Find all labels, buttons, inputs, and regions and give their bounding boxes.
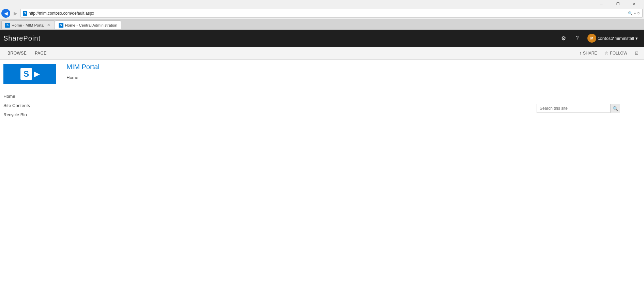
search-address-icon: 🔍 <box>628 11 633 16</box>
browser-tab-mim-portal[interactable]: S Home - MIM Portal ✕ <box>1 20 55 29</box>
minimize-button[interactable]: ─ <box>594 0 609 7</box>
main-content: MIM Portal Home <box>60 60 644 301</box>
nav-link-home[interactable]: Home <box>3 92 56 101</box>
share-button[interactable]: ↑ SHARE <box>577 49 599 57</box>
logo-arrow: ▶ <box>34 70 39 78</box>
tab-label-mim: Home - MIM Portal <box>12 23 45 27</box>
search-container: 🔍 <box>537 104 620 113</box>
restore-button[interactable]: ❐ <box>610 0 626 7</box>
tab-close-mim[interactable]: ✕ <box>46 23 51 28</box>
follow-icon: ☆ <box>604 50 609 56</box>
avatar: M <box>587 34 596 43</box>
logo-letter: S <box>20 68 32 80</box>
follow-button[interactable]: ☆ FOLLOW <box>602 49 629 57</box>
sync-icon: ⊡ <box>635 50 639 56</box>
dropdown-icon[interactable]: ▾ <box>634 12 636 15</box>
nav-link-site-contents[interactable]: Site Contents <box>3 101 56 110</box>
tab-favicon-mim: S <box>5 23 10 28</box>
user-menu[interactable]: M contoso\miminstall ▾ <box>585 32 641 44</box>
sync-button[interactable]: ⊡ <box>633 49 641 57</box>
settings-button[interactable]: ⚙ <box>557 32 570 44</box>
nav-link-recycle-bin[interactable]: Recycle Bin <box>3 110 56 119</box>
close-button[interactable]: ✕ <box>626 0 642 7</box>
sharepoint-topbar: SharePoint ⚙ ? M contoso\miminstall ▾ <box>0 30 644 47</box>
breadcrumb: Home <box>66 75 637 80</box>
site-logo[interactable]: S ▶ <box>3 64 56 84</box>
browser-tab-central-admin[interactable]: S Home - Central Administration <box>55 20 121 29</box>
search-icon: 🔍 <box>613 106 618 111</box>
sharepoint-logo: SharePoint <box>3 34 557 42</box>
help-button[interactable]: ? <box>571 32 583 44</box>
ribbon: BROWSE PAGE ↑ SHARE ☆ FOLLOW ⊡ <box>0 47 644 60</box>
favicon-icon: S <box>23 11 27 16</box>
search-button[interactable]: 🔍 <box>610 104 620 113</box>
left-sidebar: S ▶ Home Site Contents Recycle Bin <box>0 60 60 301</box>
user-name: contoso\miminstall <box>598 36 634 41</box>
tab-label-admin: Home - Central Administration <box>65 23 117 27</box>
tab-favicon-admin: S <box>59 23 63 28</box>
forward-button[interactable]: ▶ <box>11 9 20 18</box>
user-dropdown-icon: ▾ <box>635 36 638 41</box>
share-label: SHARE <box>583 51 597 56</box>
site-navigation: Home Site Contents Recycle Bin <box>0 88 60 123</box>
site-title[interactable]: MIM Portal <box>66 63 637 71</box>
ribbon-tab-browse[interactable]: BROWSE <box>3 47 31 60</box>
refresh-icon[interactable]: ↻ <box>637 11 640 16</box>
follow-label: FOLLOW <box>610 51 627 56</box>
share-icon: ↑ <box>579 50 582 56</box>
search-input[interactable] <box>537 106 610 111</box>
back-button[interactable]: ◀ <box>1 9 10 18</box>
address-input[interactable] <box>29 11 627 16</box>
ribbon-tab-page[interactable]: PAGE <box>31 47 50 60</box>
